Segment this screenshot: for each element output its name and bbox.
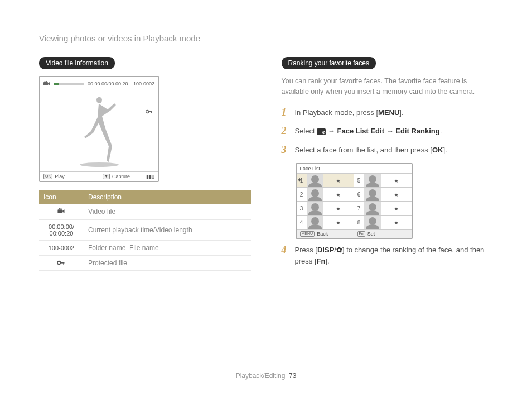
face-thumbnail	[364, 202, 381, 215]
set-area: FnSet	[354, 230, 412, 238]
fn-chip: Fn	[357, 231, 365, 237]
menu-chip: MENU	[300, 231, 315, 237]
face-list-item: 4★	[297, 216, 354, 229]
star-icon: ★	[381, 178, 412, 184]
step-text: ].	[399, 108, 403, 117]
star-icon: ★	[381, 192, 412, 198]
svg-point-8	[59, 208, 60, 209]
svg-rect-0	[43, 82, 48, 85]
face-number: 5	[354, 178, 364, 184]
updown-arrows-icon: ▲▼	[298, 178, 302, 183]
row-icon: 00:00:00/ 00:00:20	[39, 220, 84, 241]
edit-ranking-label: Edit Ranking	[395, 127, 439, 135]
step-text: Select	[295, 127, 317, 135]
table-row: 100-0002 Folder name–File name	[39, 241, 251, 256]
face-number: 2	[297, 192, 307, 198]
th-desc: Description	[84, 190, 251, 204]
face-thumbnail	[364, 188, 381, 201]
section-pill-ranking: Ranking your favorite faces	[282, 57, 376, 69]
down-chip: ▼	[103, 174, 110, 179]
step-1: 1 In Playback mode, press [MENU].	[282, 107, 494, 118]
section-pill-video-info: Video file information	[39, 57, 115, 69]
svg-point-2	[46, 81, 47, 82]
disp-button-label: DISP	[317, 246, 334, 254]
step-number: 3	[282, 145, 289, 155]
right-column: Ranking your favorite faces You can rank…	[282, 57, 494, 274]
face-thumbnail	[364, 174, 381, 187]
svg-rect-7	[57, 210, 62, 214]
video-preview-panel: 00.00.00/00.00.20 100-0002 OK Play	[39, 76, 159, 182]
face-thumbnail	[307, 188, 323, 201]
face-number: 4	[297, 219, 307, 226]
svg-rect-12	[63, 262, 64, 264]
macro-icon: ✿	[336, 246, 342, 254]
step-text: .	[440, 127, 442, 135]
row-desc: Video file	[84, 204, 251, 220]
face-thumbnail	[307, 174, 323, 187]
table-row: Protected file	[39, 256, 251, 271]
footer-section: Playback/Editing	[236, 372, 286, 380]
step-number: 1	[282, 107, 289, 117]
table-row: 00:00:00/ 00:00:20 Current playback time…	[39, 220, 251, 241]
capture-label: Capture	[112, 174, 130, 179]
svg-point-1	[45, 81, 46, 82]
face-list-item: 5★	[354, 174, 412, 188]
ok-button-label: OK	[432, 146, 443, 154]
intro-paragraph: You can rank your favorite faces. The fa…	[282, 76, 494, 97]
step-2: 2 Select → Face List Edit → Edit Ranking…	[282, 126, 494, 137]
back-area: MENUBack	[297, 230, 354, 238]
face-list-item: 6★	[354, 188, 412, 202]
fn-button-label: Fn	[317, 257, 326, 265]
star-icon: ★	[323, 192, 354, 198]
icon-description-table: Icon Description Video file 00:00:00/ 00…	[39, 190, 251, 271]
face-thumbnail	[307, 202, 323, 215]
battery-icon: ▮▮▯	[146, 174, 154, 179]
svg-rect-5	[151, 111, 152, 113]
row-icon: 100-0002	[39, 241, 84, 256]
face-number: 7	[354, 205, 364, 212]
step-number: 2	[282, 126, 289, 136]
step-text: ].	[443, 146, 447, 154]
ok-chip: OK	[43, 174, 52, 179]
face-list-item: ▲▼ 1 ★	[297, 174, 354, 188]
play-label: Play	[55, 174, 65, 179]
capture-button-area: ▼ Capture ▮▮▯	[99, 172, 158, 181]
step-3: 3 Select a face from the list, and then …	[282, 145, 494, 156]
row-desc: Protected file	[84, 256, 251, 271]
back-label: Back	[317, 231, 328, 237]
arrow: →	[384, 127, 395, 135]
key-lock-icon	[146, 107, 153, 116]
svg-point-10	[57, 261, 61, 265]
face-list-panel: Face List ▲▼ 1 ★ 5★ 2★ 6★ 3★ 7★	[296, 163, 413, 239]
step-number: 4	[282, 245, 289, 255]
dancer-figure	[74, 95, 124, 168]
progress-bar	[54, 83, 84, 85]
left-column: Video file information 00.00.00/00.00.20…	[39, 57, 251, 274]
file-text: 100-0002	[133, 81, 154, 87]
star-icon: ★	[381, 205, 412, 212]
star-icon: ★	[381, 219, 412, 226]
settings-icon	[317, 128, 326, 135]
set-label: Set	[367, 231, 375, 237]
face-list-edit-label: Face List Edit	[337, 127, 384, 135]
face-number: 8	[354, 219, 364, 226]
row-desc: Current playback time/Video length	[84, 220, 251, 241]
video-icon	[43, 79, 50, 88]
arrow: →	[326, 127, 337, 135]
step-4: 4 Press [DISP/✿] to change the ranking o…	[282, 245, 494, 266]
face-list-item: 7★	[354, 202, 412, 216]
star-icon: ★	[323, 178, 354, 184]
menu-button-label: MENU	[378, 108, 399, 117]
star-icon: ★	[323, 205, 354, 212]
face-list-item: 8★	[354, 216, 412, 229]
face-list-header: Face List	[297, 164, 412, 174]
time-text: 00.00.00/00.00.20	[88, 81, 128, 87]
page-number: 73	[289, 372, 296, 380]
step-text: Select a face from the list, and then pr…	[295, 146, 432, 154]
page-footer: Playback/Editing 73	[0, 372, 532, 380]
th-icon: Icon	[39, 190, 84, 204]
table-row: Video file	[39, 204, 251, 220]
row-desc: Folder name–File name	[84, 241, 251, 256]
face-thumbnail	[307, 216, 323, 229]
video-file-icon	[57, 207, 65, 216]
